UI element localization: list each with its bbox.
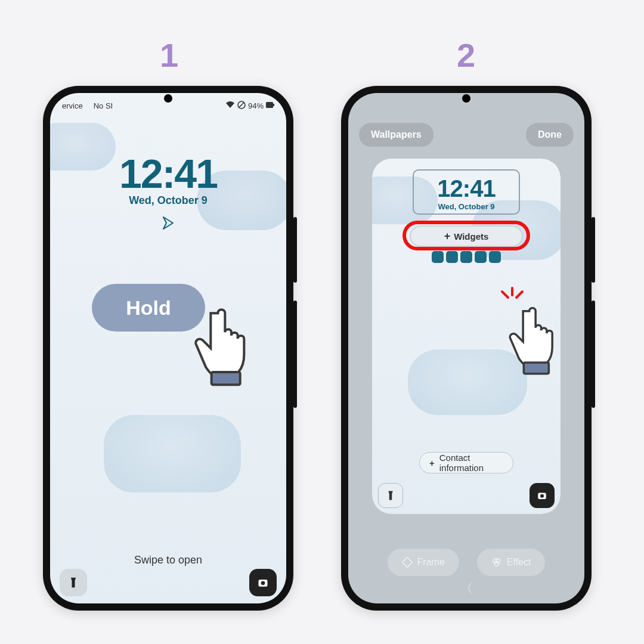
volume-button	[592, 301, 595, 408]
clock-time: 12:41	[414, 175, 519, 202]
effect-button[interactable]: Effect	[477, 549, 546, 576]
svg-point-5	[261, 581, 265, 586]
contact-label: Contact information	[439, 453, 503, 473]
clock-date: Wed, October 9	[50, 194, 286, 207]
carrier-text: ervice	[62, 101, 83, 110]
svg-point-8	[540, 494, 544, 498]
phone-mockup-2: Wallpapers Done 12:41 Wed, October 9 + W…	[341, 86, 592, 611]
play-store-icon[interactable]	[160, 215, 176, 231]
svg-rect-3	[273, 104, 274, 106]
done-label: Done	[538, 129, 562, 140]
hold-label: Hold	[126, 296, 171, 320]
clock-date: Wed, October 9	[414, 202, 519, 211]
svg-rect-2	[266, 102, 273, 108]
widget-icons-row	[432, 251, 501, 263]
volume-button	[293, 301, 297, 408]
svg-rect-12	[524, 363, 549, 374]
widget-icon	[489, 251, 501, 263]
lock-screen[interactable]: ervice No SI 94% 12:41 Wed, October 9	[50, 93, 286, 603]
clock-widget-frame[interactable]: 12:41 Wed, October 9	[413, 169, 520, 215]
back-chevron-icon[interactable]: 〈	[460, 580, 473, 597]
lockscreen-editor: Wallpapers Done 12:41 Wed, October 9 + W…	[348, 93, 584, 603]
hand-pointer-icon	[503, 296, 561, 379]
sim-text: No SI	[94, 101, 113, 110]
highlight-ring	[402, 221, 530, 250]
svg-line-1	[239, 103, 244, 107]
effect-label: Effect	[507, 557, 531, 568]
power-button	[293, 217, 297, 283]
lockscreen-preview[interactable]: 12:41 Wed, October 9 + Widgets +	[372, 159, 561, 514]
wifi-icon	[225, 101, 235, 110]
wallpapers-label: Wallpapers	[371, 129, 422, 140]
plus-icon: +	[429, 458, 435, 468]
camera-notch	[164, 94, 172, 103]
swipe-hint: Swipe to open	[50, 554, 286, 566]
editor-bottom-bar: Frame Effect	[348, 549, 584, 576]
camera-shortcut[interactable]	[530, 483, 555, 508]
frame-label: Frame	[417, 557, 445, 568]
battery-icon	[266, 101, 274, 110]
frame-button[interactable]: Frame	[388, 549, 459, 576]
step-number-1: 1	[160, 36, 178, 75]
done-button[interactable]: Done	[526, 123, 574, 147]
widget-icon	[432, 251, 444, 263]
wallpapers-button[interactable]: Wallpapers	[359, 123, 434, 147]
frame-icon	[402, 557, 413, 568]
add-contact-info-button[interactable]: + Contact information	[419, 452, 513, 473]
power-button	[592, 217, 595, 283]
hand-pointer-icon	[187, 296, 271, 391]
flashlight-shortcut[interactable]	[60, 569, 87, 596]
clock-time: 12:41	[50, 150, 286, 197]
cloud-icon	[104, 415, 241, 493]
widget-icon	[460, 251, 472, 263]
do-not-disturb-icon	[237, 101, 246, 111]
svg-rect-6	[212, 372, 240, 385]
widget-icon	[475, 251, 487, 263]
flashlight-shortcut[interactable]	[378, 483, 403, 508]
effect-icon	[491, 557, 502, 568]
lock-clock: 12:41 Wed, October 9	[50, 150, 286, 231]
svg-point-16	[494, 562, 499, 566]
widget-icon	[446, 251, 458, 263]
svg-rect-13	[402, 558, 412, 568]
battery-text: 94%	[248, 101, 264, 110]
phone-mockup-1: ervice No SI 94% 12:41 Wed, October 9	[43, 86, 293, 611]
camera-shortcut[interactable]	[249, 569, 277, 596]
step-number-2: 2	[457, 36, 475, 75]
camera-notch	[462, 94, 470, 103]
